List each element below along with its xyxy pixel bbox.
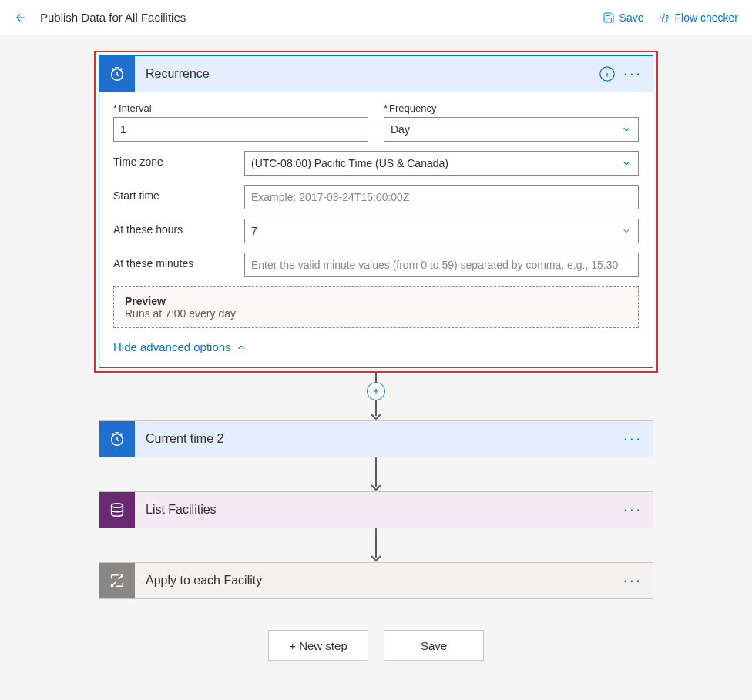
page-title: Publish Data for All Facilities <box>40 11 603 24</box>
flow-checker-label: Flow checker <box>675 12 738 24</box>
recurrence-title: Recurrence <box>146 67 210 81</box>
starttime-label: Start time <box>113 185 229 202</box>
frequency-select[interactable]: Day <box>384 117 639 142</box>
save-button-bottom[interactable]: Save <box>384 630 484 661</box>
info-icon <box>599 65 616 82</box>
apply-to-each-title: Apply to each Facility <box>146 574 262 588</box>
loop-icon <box>99 563 135 598</box>
new-step-button[interactable]: + New step <box>268 630 368 661</box>
preview-box: Preview Runs at 7:00 every day <box>113 286 639 328</box>
hide-advanced-label: Hide advanced options <box>113 340 231 353</box>
preview-title: Preview <box>125 295 627 307</box>
hide-advanced-link[interactable]: Hide advanced options <box>113 340 247 353</box>
timezone-select[interactable]: (UTC-08:00) Pacific Time (US & Canada) <box>244 151 639 176</box>
frequency-label: Frequency <box>384 102 639 114</box>
connector-arrow <box>368 400 384 420</box>
chevron-down-icon <box>621 158 632 169</box>
frequency-value: Day <box>391 123 410 136</box>
connector-arrow <box>368 528 384 562</box>
svg-point-7 <box>112 504 123 508</box>
athours-value: 7 <box>251 225 257 237</box>
info-button[interactable] <box>599 65 616 82</box>
list-facilities-card[interactable]: List Facilities ··· <box>99 491 653 528</box>
recurrence-header[interactable]: Recurrence ··· <box>99 56 653 92</box>
starttime-input[interactable] <box>244 185 639 209</box>
atminutes-label: At these minutes <box>113 253 229 270</box>
connector-arrow <box>368 457 384 491</box>
save-label: Save <box>619 12 644 24</box>
save-button-top[interactable]: Save <box>603 12 644 24</box>
plus-icon <box>371 387 381 396</box>
database-icon <box>99 492 135 528</box>
current-time-card[interactable]: Current time 2 ··· <box>99 420 653 457</box>
timezone-label: Time zone <box>113 151 229 168</box>
interval-label: Interval <box>113 102 368 114</box>
svg-point-0 <box>666 15 668 18</box>
recurrence-card: Recurrence ··· Interval Frequency <box>99 55 653 368</box>
arrow-left-icon <box>14 11 28 25</box>
athours-label: At these hours <box>113 219 229 236</box>
apply-to-each-card[interactable]: Apply to each Facility ··· <box>99 562 653 599</box>
chevron-up-icon <box>236 342 247 353</box>
clock-icon <box>99 421 135 457</box>
athours-select[interactable]: 7 <box>244 219 639 243</box>
recurrence-highlight: Recurrence ··· Interval Frequency <box>94 51 658 373</box>
atminutes-input[interactable] <box>244 253 639 277</box>
stethoscope-icon <box>658 12 670 24</box>
clock-icon <box>99 56 135 92</box>
back-button[interactable] <box>14 11 28 25</box>
timezone-value: (UTC-08:00) Pacific Time (US & Canada) <box>251 157 448 169</box>
chevron-down-icon <box>621 226 632 236</box>
add-step-button[interactable] <box>367 382 385 400</box>
save-icon <box>603 12 615 24</box>
list-facilities-title: List Facilities <box>146 503 217 517</box>
flow-checker-button[interactable]: Flow checker <box>658 12 738 24</box>
preview-text: Runs at 7:00 every day <box>125 307 627 320</box>
interval-input[interactable] <box>113 117 368 142</box>
current-time-title: Current time 2 <box>146 432 223 446</box>
chevron-down-icon <box>621 124 632 135</box>
